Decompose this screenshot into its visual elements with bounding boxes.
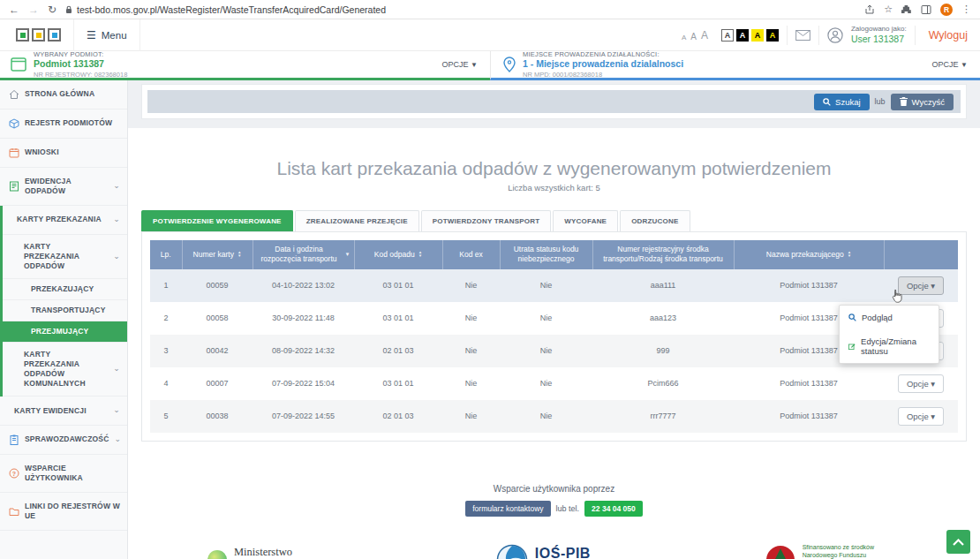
sidebar-item-karty-ewidencji[interactable]: KARTY EWIDENCJI ⌄ [0, 397, 127, 426]
contact-form-button[interactable]: formularz kontaktowy [465, 501, 550, 517]
table-header-row: Lp. Numer karty▲▼ Data i godzina rozpocz… [150, 240, 958, 269]
user-icon [827, 27, 843, 43]
selected-subject-pane: WYBRANY PODMIOT: Podmiot 131387 NR REJES… [0, 51, 490, 80]
search-button[interactable]: Szukaj [814, 94, 870, 110]
sidebar-item-wsparcie-uzytkownika[interactable]: ? WSPARCIE UŻYTKOWNIKA [0, 455, 127, 493]
tab-wycofane[interactable]: WYCOFANE [553, 210, 618, 231]
place-mpd-number: NR MPD: 0001/082368018 [523, 71, 683, 79]
bdo-logo-tile-green [16, 28, 29, 42]
search-panel: Szukaj lub Wyczyść [128, 80, 980, 128]
row-options-button[interactable]: Opcje ▾ [898, 276, 944, 295]
subject-options-dropdown[interactable]: OPCJE ▼ [442, 60, 478, 69]
browser-profile-avatar[interactable]: R [940, 4, 953, 16]
scroll-to-top-button[interactable] [946, 530, 970, 554]
subject-value[interactable]: Podmiot 131387 [34, 58, 127, 70]
clear-button[interactable]: Wyczyść [891, 94, 954, 110]
contrast-yellow-black-button[interactable]: A [751, 29, 764, 42]
col-lp: Lp. [150, 240, 182, 269]
row-options-button[interactable]: Opcje ▾ [898, 374, 944, 393]
status-tabs: POTWIERDZENIE WYGENEROWANE ZREALIZOWANE … [141, 210, 967, 231]
chevron-down-icon: ⌄ [113, 215, 120, 225]
font-size-small-button[interactable]: A [682, 34, 686, 42]
phone-button[interactable]: 22 34 04 050 [584, 501, 643, 517]
tab-potwierdzony-transport[interactable]: POTWIERDZONY TRANSPORT [421, 210, 552, 231]
bdo-logo-tile-blue [48, 28, 61, 42]
context-bar: WYBRANY PODMIOT: Podmiot 131387 NR REJES… [0, 51, 980, 80]
col-data-rozpoczecia[interactable]: Data i godzina rozpoczęcia transportu▼ [253, 240, 354, 269]
font-size-large-button[interactable]: A [701, 29, 708, 42]
sidebar-item-wnioski[interactable]: WNIOSKI [0, 139, 127, 168]
cards-count: Liczba wszystkich kart: 5 [128, 183, 980, 193]
application-form-icon [9, 147, 19, 158]
menu-item-preview[interactable]: Podgląd [840, 306, 939, 329]
cube-icon [9, 118, 19, 129]
contrast-black-white-button[interactable]: A [736, 29, 749, 42]
browser-refresh-icon[interactable]: ↻ [48, 4, 57, 16]
nfos-emblem-icon [765, 545, 795, 559]
col-actions [884, 240, 958, 269]
sidebar-item-ewidencja-odpadow[interactable]: EWIDENCJA ODPADÓW ⌄ [0, 168, 127, 206]
sidebar-item-rejestr-podmiotow[interactable]: REJESTR PODMIOTÓW [0, 110, 127, 139]
or-label: lub [875, 97, 886, 106]
sidebar-item-karty-przekazania-odpadow[interactable]: KARTY PRZEKAZANIA ODPADÓW ⌄ [3, 235, 127, 279]
address-bar[interactable]: test-bdo.mos.gov.pl/WasteRegister/WasteT… [65, 4, 386, 15]
col-kod-odpadu[interactable]: Kod odpadu▲▼ [354, 240, 442, 269]
logged-in-username[interactable]: User 131387 [851, 34, 907, 45]
menu-item-edit-status[interactable]: Edycja/Zmiana statusu [840, 329, 939, 363]
location-pin-icon [503, 57, 516, 72]
preview-search-icon [848, 313, 856, 321]
sidebar-item-karty-przekazania-odpadow-komunalnych[interactable]: KARTY PRZEKAZANIA ODPADÓW KOMUNALNYCH ⌄ [3, 343, 127, 397]
sidebar-item-linki-do-rejestrow-ue[interactable]: LINKI DO REJESTRÓW W UE [0, 493, 127, 531]
table-row: 3 00042 08-09-2022 14:32 02 01 03 Nie Ni… [150, 335, 958, 367]
hamburger-icon: ☰ [87, 29, 96, 42]
trash-icon [900, 97, 908, 106]
sidebar-item-sprawozdawczosc[interactable]: SPRAWOZDAWCZOŚĆ ⌄ [0, 426, 127, 455]
place-value[interactable]: 1 - Miejsce prowadzenia dzialalnosci [523, 58, 683, 70]
browser-toolbar: ← → ↻ test-bdo.mos.gov.pl/WasteRegister/… [0, 0, 980, 19]
col-nazwa-przekazujacego[interactable]: Nazwa przekazującego▲▼ [734, 240, 884, 269]
place-options-dropdown[interactable]: OPCJE ▼ [932, 60, 968, 69]
logged-in-as-label: Zalogowano jako: [851, 25, 907, 34]
url-text: test-bdo.mos.gov.pl/WasteRegister/WasteT… [77, 4, 386, 15]
browser-menu-icon[interactable]: ⋮ [961, 4, 971, 15]
row-options-button[interactable]: Opcje ▾ [898, 407, 944, 426]
tab-potwierdzenie-wygenerowane[interactable]: POTWIERDZENIE WYGENEROWANE [141, 210, 293, 231]
main-content: Szukaj lub Wyczyść Lista kart przekazani… [128, 80, 980, 559]
tab-zrealizowane-przejecie[interactable]: ZREALIZOWANE PRZEJĘCIE [295, 210, 419, 231]
sidebar-item-transportujacy[interactable]: TRANSPORTUJĄCY [3, 300, 127, 321]
main-menu-button[interactable]: ☰ Menu [73, 19, 140, 51]
table-row: 4 00007 07-09-2022 15:04 03 01 01 Nie Ni… [150, 367, 958, 400]
share-icon[interactable] [864, 4, 875, 15]
search-icon [823, 98, 831, 106]
sidebar-item-strona-glowna[interactable]: STRONA GŁÓWNA [0, 80, 127, 110]
chevron-up-icon [953, 539, 964, 546]
login-info: Zalogowano jako: User 131387 [851, 25, 907, 45]
support-text: Wsparcie użytkownika poprzez [128, 484, 980, 494]
logout-button[interactable]: Wyloguj [929, 29, 968, 42]
sort-icon[interactable]: ▲▼ [418, 251, 422, 259]
contrast-black-yellow-button[interactable]: A [766, 29, 779, 42]
bdo-logo[interactable] [0, 28, 73, 42]
business-place-pane: MIEJSCE PROWADZENIA DZIAŁALNOŚCI: 1 - Mi… [490, 51, 980, 80]
contrast-default-button[interactable]: A [721, 29, 734, 42]
browser-back-icon[interactable]: ← [9, 4, 19, 16]
tab-odrzucone[interactable]: ODRZUCONE [620, 210, 690, 231]
sort-desc-icon[interactable]: ▼ [345, 251, 351, 258]
col-utrata-statusu: Utrata statusu kodu niebezpiecznego [500, 240, 592, 269]
col-numer-karty[interactable]: Numer karty▲▼ [182, 240, 253, 269]
sort-icon[interactable]: ▲▼ [237, 251, 241, 259]
chevron-down-icon: ⌄ [115, 434, 122, 445]
font-size-medium-button[interactable]: A [690, 32, 697, 42]
messages-icon[interactable] [795, 30, 810, 41]
extensions-icon[interactable] [901, 4, 912, 15]
lock-icon [65, 5, 72, 14]
sidebar-item-przejmujacy[interactable]: PRZEJMUJĄCY [3, 321, 127, 343]
page-title: Lista kart przekazania odpadów z wygener… [128, 158, 980, 179]
bookmark-star-icon[interactable]: ☆ [884, 4, 893, 15]
sort-icon[interactable]: ▲▼ [848, 251, 851, 259]
sidebar-item-karty-przekazania[interactable]: KARTY PRZEKAZANIA ⌄ [3, 206, 127, 235]
sidebar-item-przekazujacy[interactable]: PRZEKAZUJĄCY [3, 279, 127, 300]
browser-forward-icon[interactable]: → [28, 4, 39, 16]
sidepanel-icon[interactable] [921, 4, 931, 15]
svg-text:?: ? [12, 470, 16, 476]
